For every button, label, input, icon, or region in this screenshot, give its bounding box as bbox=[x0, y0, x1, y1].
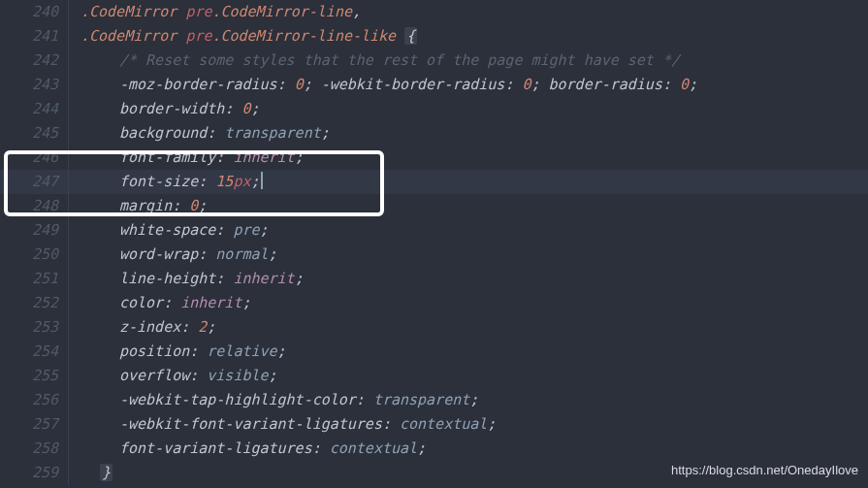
code-line[interactable]: /* Reset some styles that the rest of th… bbox=[80, 49, 868, 73]
line-number: 251 bbox=[0, 267, 58, 291]
code-line[interactable]: word-wrap: normal; bbox=[80, 243, 868, 267]
code-line[interactable]: border-width: 0; bbox=[80, 97, 868, 121]
code-line[interactable]: white-space: pre; bbox=[80, 218, 868, 243]
token-ident: contextual bbox=[400, 415, 487, 433]
token-ident: inherit bbox=[233, 270, 294, 287]
line-number: 254 bbox=[0, 340, 58, 364]
token-tag: pre bbox=[185, 27, 211, 45]
token-property: font-variant-ligatures bbox=[119, 439, 312, 457]
token-property: overflow bbox=[119, 367, 189, 384]
token-ident: visible bbox=[207, 367, 268, 384]
line-number: 242 bbox=[0, 49, 58, 73]
line-number: 249 bbox=[0, 218, 58, 243]
code-line[interactable]: background: transparent; bbox=[80, 121, 868, 146]
code-editor[interactable]: 240 241 242 243 244 245 246 247 248 249 … bbox=[0, 0, 868, 488]
token-selector: .CodeMirror bbox=[80, 27, 177, 45]
token-punct: , bbox=[352, 3, 361, 20]
code-line[interactable]: z-index: 2; bbox=[80, 315, 868, 340]
token-property: z-index bbox=[119, 318, 180, 336]
line-number: 258 bbox=[0, 437, 58, 461]
code-area[interactable]: .CodeMirror pre.CodeMirror-line, .CodeMi… bbox=[68, 0, 868, 485]
line-number: 241 bbox=[0, 24, 58, 49]
token-property: line-height bbox=[119, 270, 215, 287]
line-number: 255 bbox=[0, 364, 58, 388]
code-line[interactable]: font-family: inherit; bbox=[80, 146, 868, 170]
code-line[interactable]: -webkit-tap-highlight-color: transparent… bbox=[80, 388, 868, 412]
token-property: -webkit-font-variant-ligatures bbox=[119, 415, 382, 433]
token-brace: { bbox=[404, 27, 417, 45]
token-property: font-size bbox=[119, 173, 198, 190]
token-property: border-width bbox=[119, 100, 224, 117]
token-ident: transparent bbox=[373, 391, 469, 408]
line-number: 243 bbox=[0, 73, 58, 97]
token-ident: relative bbox=[207, 342, 276, 360]
code-line[interactable]: .CodeMirror pre.CodeMirror-line-like { bbox=[80, 24, 868, 49]
token-comment: /* Reset some styles that the rest of th… bbox=[119, 51, 680, 69]
code-line[interactable]: overflow: visible; bbox=[80, 364, 868, 388]
token-ident: normal bbox=[215, 245, 268, 263]
code-line[interactable]: .CodeMirror pre.CodeMirror-line, bbox=[80, 0, 868, 24]
code-line[interactable]: -moz-border-radius: 0; -webkit-border-ra… bbox=[80, 73, 868, 97]
token-ident: transparent bbox=[224, 124, 320, 142]
line-number-gutter: 240 241 242 243 244 245 246 247 248 249 … bbox=[0, 0, 68, 488]
token-value: 0 bbox=[680, 76, 689, 93]
token-property: position bbox=[119, 342, 189, 360]
line-number: 250 bbox=[0, 243, 58, 267]
token-ident: contextual bbox=[330, 439, 417, 457]
line-number: 253 bbox=[0, 315, 58, 340]
token-selector: .CodeMirror-line-like bbox=[211, 27, 396, 45]
token-property: border-radius bbox=[549, 76, 662, 93]
token-ident: inherit bbox=[180, 294, 241, 311]
token-ident: inherit bbox=[233, 148, 294, 166]
token-value: 0 bbox=[295, 76, 304, 93]
token-property: -moz-border-radius bbox=[119, 76, 277, 93]
line-number: 256 bbox=[0, 388, 58, 412]
token-brace: } bbox=[100, 464, 113, 481]
token-value: 15 bbox=[215, 173, 233, 190]
line-number: 247 bbox=[0, 170, 58, 194]
token-property: margin bbox=[119, 197, 172, 214]
token-property: background bbox=[119, 124, 207, 142]
token-selector: .CodeMirror bbox=[80, 3, 177, 20]
line-number: 257 bbox=[0, 412, 58, 437]
token-property: -webkit-border-radius bbox=[321, 76, 505, 93]
token-ident: pre bbox=[233, 221, 259, 239]
token-property: font-family bbox=[119, 148, 215, 166]
code-line[interactable]: -webkit-font-variant-ligatures: contextu… bbox=[80, 412, 868, 437]
code-line[interactable]: font-size: 15px; bbox=[80, 170, 868, 194]
line-number: 245 bbox=[0, 121, 58, 146]
token-unit: px bbox=[233, 173, 250, 190]
line-number: 259 bbox=[0, 461, 58, 485]
token-value: 2 bbox=[198, 318, 207, 336]
text-cursor bbox=[261, 172, 263, 189]
line-number: 244 bbox=[0, 97, 58, 121]
line-number: 248 bbox=[0, 194, 58, 218]
token-selector: .CodeMirror-line bbox=[211, 3, 352, 20]
line-number: 240 bbox=[0, 0, 58, 24]
line-number: 252 bbox=[0, 291, 58, 315]
token-property: word-wrap bbox=[119, 245, 198, 263]
code-line[interactable]: margin: 0; bbox=[80, 194, 868, 218]
watermark-text: https://blog.csdn.net/OnedayIlove bbox=[671, 458, 858, 482]
code-line[interactable]: line-height: inherit; bbox=[80, 267, 868, 291]
token-property: -webkit-tap-highlight-color bbox=[119, 391, 356, 408]
token-value: 0 bbox=[189, 197, 198, 214]
token-property: white-space bbox=[119, 221, 215, 239]
token-tag: pre bbox=[185, 3, 211, 20]
code-line[interactable]: position: relative; bbox=[80, 340, 868, 364]
line-number: 246 bbox=[0, 146, 58, 170]
code-line[interactable]: color: inherit; bbox=[80, 291, 868, 315]
token-property: color bbox=[119, 294, 163, 311]
